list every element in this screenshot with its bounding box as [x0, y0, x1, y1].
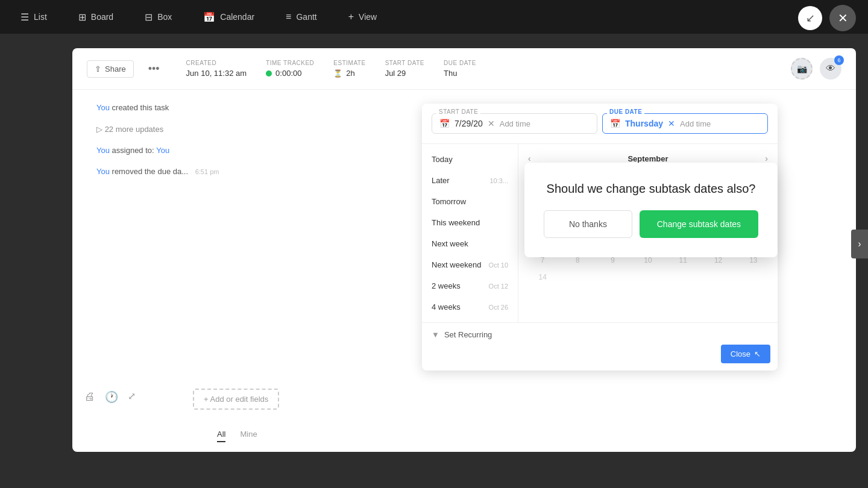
plus-icon: +	[348, 11, 354, 22]
quick-option-tomorrow[interactable]: Tomorrow	[422, 191, 518, 212]
due-date-field-label: DUE DATE	[607, 108, 644, 115]
calendar-icon: 📅	[203, 11, 215, 23]
camera-avatar: 📷	[791, 58, 813, 80]
nav-box-label: Box	[157, 12, 172, 22]
assigned-text: assigned to:	[112, 146, 157, 155]
created-label: CREATED	[186, 60, 247, 66]
close-calendar-button[interactable]: Close ↖	[721, 345, 770, 363]
start-date-field-label: START DATE	[436, 108, 480, 115]
modal-buttons: No thanks Change subtask dates	[544, 210, 758, 238]
panel-next-button[interactable]: ›	[851, 230, 868, 258]
watch-button[interactable]: 👁 6	[820, 58, 841, 80]
add-fields-button[interactable]: + Add or edit fields	[193, 389, 279, 410]
print-icon[interactable]: 🖨	[84, 390, 95, 404]
calendar-footer: Close ↖	[422, 346, 778, 371]
meta-estimate: ESTIMATE ⏳ 2h	[333, 60, 365, 78]
start-date-field[interactable]: START DATE 📅 7/29/20 ✕ Add time	[432, 113, 597, 134]
nav-board-label: Board	[91, 12, 113, 22]
box-icon: ⊟	[145, 11, 153, 23]
meta-fields: CREATED Jun 10, 11:32 am TIME TRACKED 0:…	[186, 60, 476, 78]
quick-option-today[interactable]: Today	[422, 149, 518, 170]
history-icon[interactable]: 🕐	[105, 390, 118, 404]
nav-view-label: View	[359, 12, 377, 22]
due-date-calendar-icon: 📅	[610, 119, 620, 128]
more-options-button[interactable]: •••	[143, 60, 165, 78]
no-thanks-button[interactable]: No thanks	[544, 210, 632, 238]
estimate-value: ⏳ 2h	[333, 69, 365, 78]
quick-option-this-weekend[interactable]: This weekend	[422, 212, 518, 233]
cal-day-14[interactable]: 14	[526, 269, 559, 285]
assigned-to-you: You	[156, 146, 169, 155]
close-button[interactable]: ✕	[829, 5, 856, 31]
nav-gantt-label: Gantt	[296, 12, 316, 22]
start-date-clear[interactable]: ✕	[488, 119, 495, 128]
quick-option-4-weeks[interactable]: 4 weeksOct 26	[422, 296, 518, 318]
chevron-down-icon: ▼	[432, 330, 439, 339]
meta-time-tracked: TIME TRACKED 0:00:00	[266, 60, 314, 78]
due-date-clear[interactable]: ✕	[668, 119, 675, 128]
nav-calendar[interactable]: 📅 Calendar	[197, 8, 260, 27]
cal-month-label: September	[627, 154, 668, 163]
top-nav: ☰ List ⊞ Board ⊟ Box 📅 Calendar ≡ Gantt …	[0, 0, 868, 34]
due-date-field[interactable]: DUE DATE 📅 Thursday ✕ Add time	[602, 113, 768, 134]
nav-list[interactable]: ☰ List	[14, 8, 53, 27]
change-subtask-dates-button[interactable]: Change subtask dates	[640, 210, 758, 238]
quick-option-next-week[interactable]: Next week	[422, 233, 518, 254]
meta-created: CREATED Jun 10, 11:32 am	[186, 60, 247, 78]
download-button[interactable]: ↙	[798, 6, 822, 30]
share-button[interactable]: ⇧ Share	[87, 60, 134, 78]
start-date-value: 7/29/20	[454, 119, 483, 128]
time-tracked-dot	[266, 70, 272, 77]
quick-options: TodayLater10:3...TomorrowThis weekendNex…	[422, 144, 518, 322]
panel-header: ⇧ Share ••• CREATED Jun 10, 11:32 am TIM…	[72, 48, 856, 90]
due-date-label: DUE DATE	[444, 60, 476, 66]
meta-start-date: START DATE Jul 29	[385, 60, 424, 78]
right-icons: 📷 👁 6	[791, 58, 841, 80]
activity-tabs: All Mine	[217, 427, 257, 442]
you-label-removed: You	[96, 167, 110, 176]
share-icon: ⇧	[95, 64, 101, 74]
tab-all[interactable]: All	[217, 427, 225, 442]
set-recurring-label: Set Recurring	[444, 330, 492, 339]
nav-list-label: List	[34, 12, 47, 22]
created-value: Jun 10, 11:32 am	[186, 69, 247, 78]
share-label: Share	[105, 64, 126, 74]
removed-text: removed the due da...	[112, 167, 188, 176]
start-add-time[interactable]: Add time	[500, 119, 530, 128]
quick-option-2-weeks[interactable]: 2 weeksOct 12	[422, 275, 518, 296]
estimate-label: ESTIMATE	[333, 60, 365, 66]
list-icon: ☰	[20, 11, 29, 23]
nav-box[interactable]: ⊟ Box	[139, 8, 178, 27]
you-label-created: You	[96, 103, 110, 112]
quick-option-later[interactable]: Later10:3...	[422, 170, 518, 191]
subtask-modal-title: Should we change subtask dates also?	[544, 182, 758, 196]
start-date-label: START DATE	[385, 60, 424, 66]
due-date-field-wrap: DUE DATE 📅 Thursday ✕ Add time	[602, 113, 768, 134]
due-date-value: Thursday	[625, 119, 663, 128]
top-right-buttons: ↙ ✕	[798, 5, 856, 31]
start-date-value: Jul 29	[385, 69, 424, 78]
created-text: created this task	[112, 103, 169, 112]
board-icon: ⊞	[78, 11, 86, 23]
start-date-field-wrap: START DATE 📅 7/29/20 ✕ Add time	[432, 113, 597, 134]
nav-board[interactable]: ⊞ Board	[72, 8, 119, 27]
due-add-time[interactable]: Add time	[680, 119, 711, 128]
time-tracked-label: TIME TRACKED	[266, 60, 314, 66]
start-date-calendar-icon: 📅	[439, 119, 450, 128]
quick-option-next-weekend[interactable]: Next weekendOct 10	[422, 254, 518, 275]
nav-gantt[interactable]: ≡ Gantt	[280, 8, 323, 26]
watch-badge: 6	[834, 55, 844, 65]
you-label-assigned: You	[96, 146, 110, 155]
meta-due-date: DUE DATE Thu	[444, 60, 476, 78]
time-tracked-value: 0:00:00	[266, 69, 314, 78]
expand-icon[interactable]: ⤢	[128, 390, 136, 404]
cursor-icon: ↖	[754, 349, 761, 358]
tab-mine[interactable]: Mine	[240, 427, 257, 442]
action-icons: 🖨 🕐 ⤢	[84, 390, 136, 404]
subtask-modal: Should we change subtask dates also? No …	[524, 163, 778, 257]
gantt-icon: ≡	[286, 11, 291, 22]
timestamp: 6:51 pm	[195, 168, 219, 175]
nav-view[interactable]: + View	[342, 8, 383, 26]
hourglass-icon: ⏳	[333, 69, 342, 78]
set-recurring[interactable]: ▼ Set Recurring	[422, 322, 778, 346]
